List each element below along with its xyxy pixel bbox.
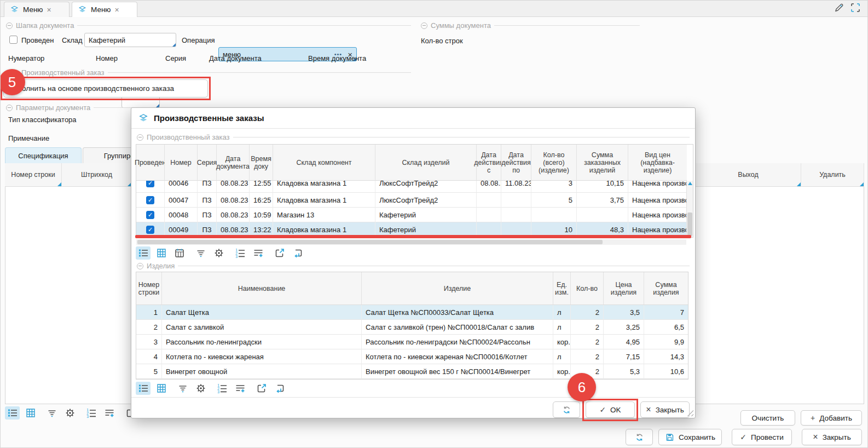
cell-unit: л xyxy=(553,320,571,335)
orders-vertical-scrollbar[interactable] xyxy=(686,181,693,237)
col-row-number[interactable]: Номер строки xyxy=(136,272,162,305)
scroll-up-icon[interactable] xyxy=(688,182,692,185)
numbered-list-icon[interactable] xyxy=(215,382,229,395)
tab-menu-2[interactable]: Меню × xyxy=(72,2,137,17)
cell-unit: л xyxy=(553,349,571,364)
tab-close-icon[interactable]: × xyxy=(47,6,51,14)
list-view-icon[interactable] xyxy=(136,382,151,395)
list-view-icon[interactable] xyxy=(5,406,20,420)
reload-table-icon[interactable] xyxy=(272,382,287,395)
dialog-refresh-button[interactable] xyxy=(553,401,580,418)
calendar-icon[interactable] xyxy=(172,246,187,260)
numbered-list-icon[interactable] xyxy=(233,246,247,260)
numbered-list-icon[interactable] xyxy=(84,406,99,420)
tab-specification[interactable]: Спецификация xyxy=(5,147,82,163)
posted-checkbox[interactable] xyxy=(9,36,18,44)
col-product[interactable]: Изделие xyxy=(362,272,553,305)
col-series[interactable]: Серия xyxy=(198,145,217,181)
col-doc-time[interactable]: Время доку xyxy=(250,145,273,181)
col-posted[interactable]: Проведен xyxy=(136,145,165,181)
col-wh-component[interactable]: Склад компонент xyxy=(273,145,375,181)
edit-pencil-icon[interactable] xyxy=(834,2,844,13)
list-view-icon[interactable] xyxy=(136,246,151,260)
refresh-icon xyxy=(562,405,571,415)
dialog-ok-button[interactable]: ✓ OK xyxy=(586,401,635,418)
open-external-icon[interactable] xyxy=(254,382,269,395)
collapse-icon[interactable] xyxy=(6,105,13,111)
cell-price-kind: Наценка произвс xyxy=(628,208,687,222)
expand-corners-icon[interactable] xyxy=(850,2,861,13)
settings-gear-icon[interactable] xyxy=(211,246,226,260)
col-number[interactable]: Номер xyxy=(165,145,198,181)
reload-table-icon[interactable] xyxy=(290,246,305,260)
filter-icon[interactable] xyxy=(193,246,208,260)
product-row[interactable]: 5 Винегрет овощной Винегрет овощной вес … xyxy=(136,364,688,379)
section-doc-sums: Суммы документа xyxy=(421,21,640,30)
col-wh-product[interactable]: Склад изделий xyxy=(375,145,477,181)
row-checkbox[interactable]: ✓ xyxy=(146,211,154,219)
col-date-to[interactable]: Дата действия по xyxy=(501,145,531,181)
post-button[interactable]: ✓ Провести xyxy=(732,429,792,445)
clear-button[interactable]: Очистить xyxy=(740,410,795,426)
scrollbar-thumb[interactable] xyxy=(687,212,692,236)
product-row[interactable]: 2 Салат с заливкой Салат с заливкой (тре… xyxy=(136,320,688,335)
col-name[interactable]: Наименование xyxy=(162,272,362,305)
products-table: Номер строки Наименование Изделие Ед. из… xyxy=(136,272,688,380)
collapse-icon[interactable] xyxy=(137,263,143,269)
cell-number: 00046 xyxy=(165,181,198,193)
grid-view-icon[interactable] xyxy=(154,246,169,260)
col-price[interactable]: Цена изделия xyxy=(604,272,644,305)
section-title: Производственный заказ xyxy=(21,68,105,77)
collapse-icon[interactable] xyxy=(421,22,427,29)
col-date-from[interactable]: Дата действия с xyxy=(477,145,501,181)
order-row[interactable]: ✓ 00047 ПЗ 08.08.23 16:25 Кладовка магаз… xyxy=(136,193,693,208)
product-row[interactable]: 4 Котлета по - киевски жареная Котлета п… xyxy=(136,349,688,364)
close-x-icon: × xyxy=(646,405,651,414)
collapse-icon[interactable] xyxy=(6,22,13,29)
section-title: Суммы документа xyxy=(431,21,491,30)
col-qty[interactable]: Кол-во (всего) (изделие) xyxy=(531,145,577,181)
dialog-close-button[interactable]: × Закрыть xyxy=(640,401,690,418)
col-doc-date[interactable]: Дата документа xyxy=(217,145,250,181)
col-unit[interactable]: Ед. изм. xyxy=(553,272,571,305)
cell-qty: 2 xyxy=(571,349,604,364)
add-list-icon[interactable] xyxy=(233,382,247,395)
tab-menu-1[interactable]: Меню × xyxy=(4,2,70,17)
order-row[interactable]: ✓ 00048 ПЗ 08.08.23 10:59 Магазин 13 Каф… xyxy=(136,208,693,222)
orders-horizontal-scrollbar[interactable] xyxy=(136,239,686,245)
close-label: Закрыть xyxy=(823,433,851,441)
tab-close-icon[interactable]: × xyxy=(115,6,119,14)
row-checkbox[interactable]: ✓ xyxy=(146,226,154,234)
col-price-kind[interactable]: Вид цен (надбавка-изделие) xyxy=(628,145,687,181)
filter-icon[interactable] xyxy=(175,382,190,395)
spec-col-delete[interactable]: Удалить xyxy=(801,163,864,187)
close-button[interactable]: × Закрыть xyxy=(802,429,862,445)
row-checkbox[interactable]: ✓ xyxy=(146,181,154,187)
warehouse-input[interactable]: Кафетерий xyxy=(84,33,176,47)
collapse-icon[interactable] xyxy=(137,134,143,141)
col-qty[interactable]: Кол-во xyxy=(571,272,604,305)
add-button[interactable]: + Добавить xyxy=(801,410,862,426)
grid-view-icon[interactable] xyxy=(23,406,38,420)
grid-view-icon[interactable] xyxy=(154,382,169,395)
spec-col-barcode[interactable]: Штрихкод xyxy=(62,163,132,187)
open-external-icon[interactable] xyxy=(272,246,287,260)
add-list-icon[interactable] xyxy=(251,246,265,260)
add-list-icon[interactable] xyxy=(102,406,117,420)
order-row[interactable]: ✓ 00046 ПЗ 08.08.23 12:55 Кладовка магаз… xyxy=(136,181,693,193)
product-row-selected[interactable]: 1 Салат Щетка Салат Щетка №СП00033/Салат… xyxy=(136,305,688,320)
fill-from-prod-order-button[interactable]: Заполнить на основе производственного за… xyxy=(3,79,208,97)
settings-gear-icon[interactable] xyxy=(62,406,77,420)
filter-icon[interactable] xyxy=(44,406,59,420)
row-checkbox[interactable]: ✓ xyxy=(146,196,154,204)
cell-sum: 9,9 xyxy=(644,335,688,349)
refresh-button[interactable] xyxy=(626,429,653,445)
save-button[interactable]: Сохранить xyxy=(658,429,722,445)
col-sum[interactable]: Сумма изделия xyxy=(644,272,688,305)
scrollbar-thumb[interactable] xyxy=(137,240,603,244)
settings-gear-icon[interactable] xyxy=(193,382,208,395)
spec-col-output[interactable]: Выход xyxy=(696,163,801,187)
col-sum[interactable]: Сумма заказанных изделий xyxy=(577,145,628,181)
spec-col-row-number[interactable]: Номер строки xyxy=(5,163,62,187)
product-row[interactable]: 3 Рассольник по-ленинградски Рассольник … xyxy=(136,335,688,349)
